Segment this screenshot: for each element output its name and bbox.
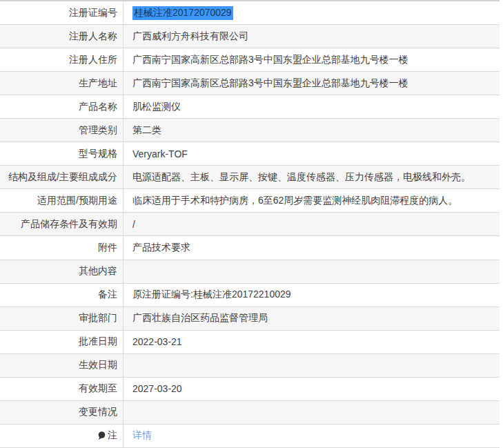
row-value: 电源适配器、主板、显示屏、按键、温度传感器、压力传感器，电极线和外壳。 [132, 171, 471, 184]
row-label: 型号规格 [79, 148, 117, 160]
row-value: 广西壮族自治区药品监督管理局 [132, 312, 268, 324]
row-label-cell: 生产地址 [0, 72, 123, 95]
row-label-cell: 注 [0, 425, 123, 447]
row-value-cell: 广西南宁国家高新区总部路3号中国东盟企业总部基地九号楼一楼 [123, 72, 500, 95]
row-value-cell: 临床适用于手术和特护病房，6至62周岁需要监测神经肌肉阻滞程度的病人。 [123, 189, 500, 212]
table-row: 审批部门 广西壮族自治区药品监督管理局 [0, 307, 500, 331]
table-row: 管理类别 第二类 [0, 119, 500, 142]
table-row: 注册证编号 桂械注准20172070029 [0, 1, 500, 25]
row-value-cell: 电源适配器、主板、显示屏、按键、温度传感器、压力传感器，电极线和外壳。 [123, 166, 500, 188]
row-label-cell: 批准日期 [0, 331, 123, 353]
row-value-cell: / [123, 213, 500, 235]
table-row: 批准日期 2022-03-21 [0, 331, 500, 354]
row-label-cell: 附件 [0, 236, 123, 259]
row-label: 注册人住所 [69, 54, 117, 66]
row-label: 备注 [98, 289, 117, 301]
row-label: 其他内容 [79, 265, 117, 277]
table-row: 变更情况 [0, 401, 500, 425]
row-label-cell: 产品储存条件及有效期 [0, 213, 123, 235]
row-label-cell: 备注 [0, 284, 123, 306]
row-label-cell: 管理类别 [0, 119, 123, 142]
row-value-cell: 2022-03-21 [123, 331, 500, 353]
detail-link[interactable]: 详情 [132, 429, 152, 442]
table-row: 有效期至 2027-03-20 [0, 378, 500, 401]
row-label: 变更情况 [79, 406, 117, 418]
row-value-cell [123, 260, 500, 283]
row-label-cell: 审批部门 [0, 307, 123, 330]
row-label: 注册证编号 [69, 7, 117, 19]
table-row: 注册人名称 广西威利方舟科技有限公司 [0, 25, 500, 48]
row-value-cell: 产品技术要求 [123, 236, 500, 259]
registration-table: 注册证编号 桂械注准20172070029 注册人名称 广西威利方舟科技有限公司… [0, 0, 500, 448]
row-value-cell: 2027-03-20 [123, 378, 500, 400]
row-value: 第二类 [132, 124, 161, 137]
table-row: 产品储存条件及有效期 / [0, 213, 500, 236]
row-label: 批准日期 [79, 335, 117, 348]
row-value-cell: 桂械注准20172070029 [123, 1, 500, 24]
row-value: 原注册证编号:桂械注准20172210029 [132, 289, 291, 301]
row-value-cell: 详情 [123, 425, 500, 447]
row-label: 注 [108, 429, 117, 442]
table-row: 注册人住所 广西南宁国家高新区总部路3号中国东盟企业总部基地九号楼一楼 [0, 48, 500, 72]
row-value-cell: 第二类 [123, 119, 500, 142]
row-label-cell: 注册人名称 [0, 25, 123, 48]
row-label: 注册人名称 [69, 30, 117, 43]
row-label-cell: 变更情况 [0, 401, 123, 424]
table-row: 适用范围/预期用途 临床适用于手术和特护病房，6至62周岁需要监测神经肌肉阻滞程… [0, 189, 500, 213]
row-value: / [132, 219, 135, 230]
row-value: 产品技术要求 [132, 242, 190, 254]
table-row: 产品名称 肌松监测仪 [0, 95, 500, 119]
table-row: 注 详情 [0, 425, 500, 448]
row-value-cell: 原注册证编号:桂械注准20172210029 [123, 284, 500, 306]
row-label-cell: 注册人住所 [0, 48, 123, 71]
row-value-cell: 广西壮族自治区药品监督管理局 [123, 307, 500, 330]
row-label-cell: 有效期至 [0, 378, 123, 400]
table-row: 生效日期 [0, 354, 500, 378]
row-value: 2022-03-21 [132, 336, 182, 347]
row-label: 审批部门 [79, 312, 117, 324]
row-label: 产品储存条件及有效期 [21, 218, 117, 231]
table-row: 附件 产品技术要求 [0, 236, 500, 260]
selected-registration-number: 桂械注准20172070029 [132, 6, 233, 20]
row-label: 管理类别 [79, 124, 117, 137]
row-label: 生效日期 [79, 359, 117, 371]
table-row: 型号规格 Veryark-TOF [0, 142, 500, 166]
row-value-cell: Veryark-TOF [123, 142, 500, 165]
row-value: Veryark-TOF [132, 148, 188, 159]
row-value-cell: 肌松监测仪 [123, 95, 500, 118]
row-label-cell: 型号规格 [0, 142, 123, 165]
row-label-cell: 注册证编号 [0, 1, 123, 24]
row-label-cell: 产品名称 [0, 95, 123, 118]
row-value: 广西南宁国家高新区总部路3号中国东盟企业总部基地九号楼一楼 [132, 54, 408, 66]
row-value-cell: 广西威利方舟科技有限公司 [123, 25, 500, 48]
row-label-cell: 生效日期 [0, 354, 123, 377]
row-label: 结构及组成/主要组成成分 [8, 171, 117, 184]
row-value: 广西威利方舟科技有限公司 [132, 30, 248, 43]
row-value: 肌松监测仪 [132, 101, 181, 113]
row-label: 生产地址 [79, 77, 117, 90]
row-label: 有效期至 [79, 382, 117, 395]
row-label: 产品名称 [79, 101, 117, 113]
row-value-cell [123, 354, 500, 377]
row-label-cell: 其他内容 [0, 260, 123, 283]
row-label: 附件 [98, 242, 117, 254]
row-value-cell: 广西南宁国家高新区总部路3号中国东盟企业总部基地九号楼一楼 [123, 48, 500, 71]
note-balloon-icon [97, 431, 106, 440]
table-row: 结构及组成/主要组成成分 电源适配器、主板、显示屏、按键、温度传感器、压力传感器… [0, 166, 500, 189]
row-value-cell [123, 401, 500, 424]
row-value: 2027-03-20 [132, 383, 182, 394]
row-label-cell: 结构及组成/主要组成成分 [0, 166, 123, 188]
row-label: 适用范围/预期用途 [37, 195, 117, 207]
table-row: 其他内容 [0, 260, 500, 284]
row-value: 广西南宁国家高新区总部路3号中国东盟企业总部基地九号楼一楼 [132, 77, 408, 90]
row-value: 临床适用于手术和特护病房，6至62周岁需要监测神经肌肉阻滞程度的病人。 [132, 195, 457, 207]
row-label-cell: 适用范围/预期用途 [0, 189, 123, 212]
table-row: 生产地址 广西南宁国家高新区总部路3号中国东盟企业总部基地九号楼一楼 [0, 72, 500, 95]
table-row: 备注 原注册证编号:桂械注准20172210029 [0, 284, 500, 307]
